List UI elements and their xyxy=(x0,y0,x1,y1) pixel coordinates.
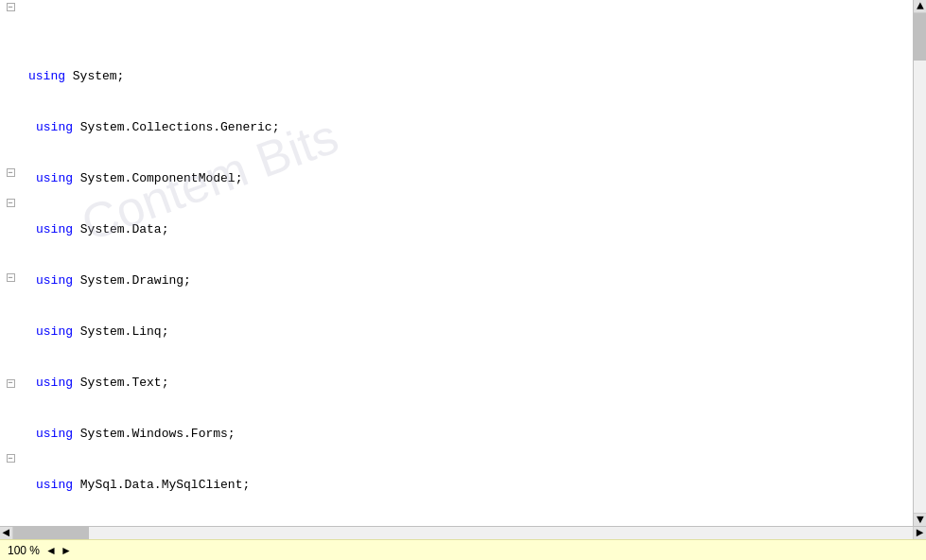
scroll-track-h xyxy=(13,527,913,539)
fold-spacer xyxy=(0,391,21,406)
horizontal-scrollbar[interactable]: ◄ ► xyxy=(0,526,926,539)
fold-marker-ns[interactable]: − xyxy=(0,166,21,181)
fold-spacer xyxy=(0,481,21,497)
code-line-9: using MySql.Data.MySqlClient; xyxy=(28,477,905,494)
fold-spacer xyxy=(0,45,21,61)
scroll-right-button[interactable]: ► xyxy=(913,527,926,540)
fold-marker-1[interactable]: − xyxy=(0,0,21,15)
scroll-left-status[interactable]: ◄ xyxy=(45,544,57,557)
scroll-left-button[interactable]: ◄ xyxy=(0,527,13,540)
fold-spacer xyxy=(0,466,21,481)
code-line-1: using System; xyxy=(28,68,905,85)
fold-marker-class[interactable]: − xyxy=(0,196,21,211)
code-line-8: using System.Windows.Forms; xyxy=(28,426,905,443)
code-line-6: using System.Linq; xyxy=(28,324,905,341)
fold-spacer xyxy=(0,15,21,30)
fold-spacer xyxy=(0,255,21,271)
scroll-down-button[interactable]: ▼ xyxy=(914,513,926,526)
fold-marker-load[interactable]: − xyxy=(0,376,21,391)
editor-container: Contem Bits − − xyxy=(0,0,926,560)
fold-spacer xyxy=(0,345,21,360)
fold-spacer xyxy=(0,436,21,451)
fold-spacer xyxy=(0,120,21,135)
fold-column: − − − xyxy=(0,0,21,526)
scroll-thumb-h[interactable] xyxy=(13,527,89,539)
status-bar: 100 % ◄ ► xyxy=(0,539,926,560)
code-line-2: using System.Collections.Generic; xyxy=(28,119,905,136)
fold-spacer xyxy=(0,61,21,76)
fold-spacer xyxy=(0,421,21,436)
fold-spacer xyxy=(0,406,21,421)
fold-spacer xyxy=(0,331,21,346)
fold-spacer xyxy=(0,286,21,301)
fold-spacer xyxy=(0,135,21,150)
code-line-7: using System.Text; xyxy=(28,375,905,392)
code-line-4: using System.Data; xyxy=(28,221,905,238)
fold-spacer xyxy=(0,316,21,331)
scroll-up-button[interactable]: ▲ xyxy=(914,0,926,13)
fold-spacer xyxy=(0,30,21,45)
code-line-3: using System.ComponentModel; xyxy=(28,170,905,187)
fold-spacer xyxy=(0,496,21,511)
scroll-thumb-v[interactable] xyxy=(914,13,926,61)
fold-spacer xyxy=(0,75,21,90)
code-area: Contem Bits − − xyxy=(0,0,926,526)
fold-spacer xyxy=(0,150,21,166)
fold-spacer xyxy=(0,360,21,376)
scroll-right-status[interactable]: ► xyxy=(61,544,72,557)
fold-spacer xyxy=(0,90,21,105)
code-line-5: using System.Drawing; xyxy=(28,272,905,289)
fold-spacer xyxy=(0,181,21,196)
vertical-scrollbar[interactable]: ▲ ▼ xyxy=(913,0,926,526)
fold-spacer xyxy=(0,225,21,240)
fold-spacer xyxy=(0,511,21,526)
code-scroll-area[interactable]: using System; using System.Collections.G… xyxy=(21,0,913,526)
fold-spacer xyxy=(0,301,21,316)
zoom-label: 100 % xyxy=(8,544,40,557)
fold-spacer xyxy=(0,210,21,225)
code-lines: using System; using System.Collections.G… xyxy=(21,0,913,526)
fold-spacer xyxy=(0,105,21,120)
fold-marker-ctor[interactable]: − xyxy=(0,271,21,286)
fold-marker-popular[interactable]: − xyxy=(0,451,21,466)
fold-spacer xyxy=(0,240,21,255)
